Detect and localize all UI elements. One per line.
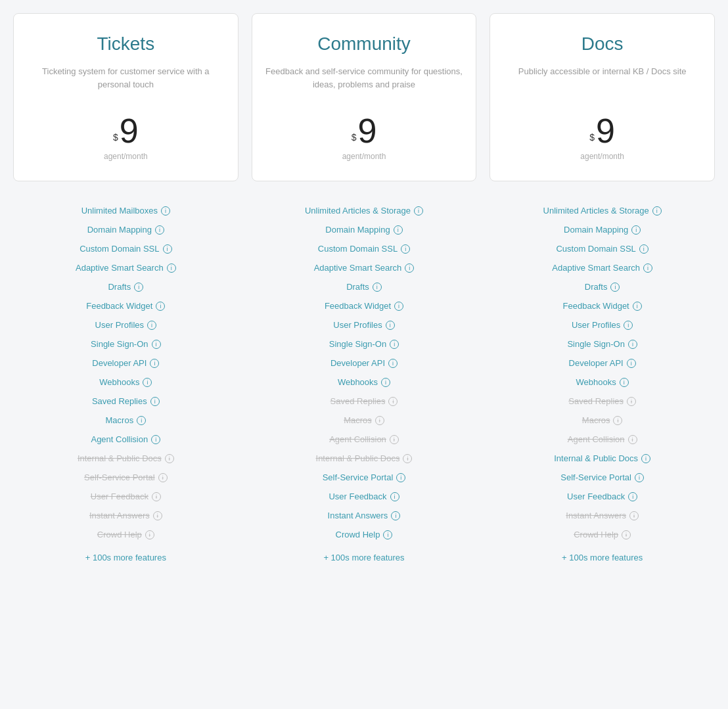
info-icon-docs-0[interactable]: i [652, 206, 662, 216]
price-period-tickets: agent/month [27, 152, 225, 161]
info-icon-docs-7[interactable]: i [628, 340, 637, 349]
info-icon-tickets-13[interactable]: i [165, 454, 174, 463]
feature-item-docs-0: Unlimited Articles & Storage i [489, 201, 715, 220]
price-dollar-community: $ [352, 132, 357, 143]
pricing-card-tickets: Tickets Ticketing system for customer se… [13, 13, 239, 181]
info-icon-docs-3[interactable]: i [643, 263, 652, 273]
feature-item-docs-5: Feedback Widget i [489, 296, 715, 315]
feature-item-community-7: Single Sign-On i [252, 334, 477, 354]
info-icon-docs-12[interactable]: i [628, 435, 637, 444]
info-icon-docs-10[interactable]: i [627, 397, 636, 406]
feature-item-tickets-11: Macros i [13, 411, 239, 430]
info-icon-tickets-17[interactable]: i [145, 530, 154, 539]
card-title-tickets: Tickets [27, 34, 225, 55]
info-icon-docs-4[interactable]: i [610, 283, 620, 292]
card-title-community: Community [265, 34, 463, 55]
card-title-docs: Docs [503, 34, 701, 55]
more-features-community[interactable]: + 100s more features [323, 548, 404, 567]
info-icon-docs-17[interactable]: i [622, 530, 631, 539]
info-icon-tickets-12[interactable]: i [151, 435, 160, 444]
info-icon-docs-16[interactable]: i [629, 511, 639, 520]
info-icon-tickets-5[interactable]: i [156, 302, 165, 311]
feature-item-docs-1: Domain Mapping i [489, 220, 715, 239]
price-dollar-tickets: $ [113, 132, 118, 143]
info-icon-tickets-0[interactable]: i [161, 206, 170, 216]
info-icon-tickets-4[interactable]: i [134, 283, 143, 292]
info-icon-tickets-7[interactable]: i [152, 340, 161, 349]
info-icon-community-5[interactable]: i [394, 302, 403, 311]
info-icon-tickets-8[interactable]: i [150, 359, 159, 368]
info-icon-docs-13[interactable]: i [641, 454, 650, 463]
info-icon-community-4[interactable]: i [373, 283, 382, 292]
feature-label-community-1: Domain Mapping [325, 225, 390, 235]
info-icon-docs-6[interactable]: i [624, 321, 633, 330]
feature-label-community-0: Unlimited Articles & Storage [305, 206, 411, 216]
info-icon-community-2[interactable]: i [401, 244, 410, 254]
info-icon-community-13[interactable]: i [403, 454, 412, 463]
info-icon-tickets-6[interactable]: i [147, 321, 156, 330]
more-features-docs[interactable]: + 100s more features [562, 548, 643, 567]
feature-item-community-12: Agent Collision i [252, 430, 477, 449]
info-icon-community-6[interactable]: i [386, 321, 395, 330]
feature-item-tickets-3: Adaptive Smart Search i [13, 258, 239, 277]
feature-item-docs-3: Adaptive Smart Search i [489, 258, 715, 277]
feature-item-tickets-15: User Feedback i [13, 487, 239, 506]
info-icon-docs-9[interactable]: i [620, 378, 629, 387]
feature-item-tickets-7: Single Sign-On i [13, 334, 239, 354]
info-icon-tickets-2[interactable]: i [163, 244, 172, 254]
feature-label-tickets-7: Single Sign-On [91, 339, 148, 349]
feature-label-tickets-14: Self-Service Portal [84, 472, 155, 482]
info-icon-community-0[interactable]: i [414, 206, 423, 216]
info-icon-tickets-11[interactable]: i [137, 416, 146, 425]
feature-item-community-16: Instant Answers i [252, 506, 477, 525]
info-icon-tickets-15[interactable]: i [152, 492, 161, 501]
feature-label-community-3: Adaptive Smart Search [314, 263, 402, 273]
info-icon-docs-2[interactable]: i [639, 244, 648, 254]
feature-label-docs-11: Macros [582, 415, 610, 425]
feature-label-community-16: Instant Answers [328, 511, 388, 520]
info-icon-docs-5[interactable]: i [633, 302, 642, 311]
info-icon-community-10[interactable]: i [388, 397, 398, 406]
info-icon-tickets-3[interactable]: i [167, 263, 176, 273]
feature-label-tickets-3: Adaptive Smart Search [76, 263, 164, 273]
info-icon-tickets-9[interactable]: i [143, 378, 152, 387]
price-dollar-docs: $ [589, 132, 595, 143]
feature-label-docs-12: Agent Collision [568, 434, 625, 444]
feature-label-docs-16: Instant Answers [566, 511, 626, 520]
info-icon-docs-11[interactable]: i [613, 416, 622, 425]
info-icon-community-15[interactable]: i [390, 492, 399, 501]
info-icon-community-17[interactable]: i [383, 530, 392, 539]
feature-label-community-5: Feedback Widget [325, 301, 391, 311]
feature-label-tickets-2: Custom Domain SSL [80, 244, 159, 254]
feature-label-docs-8: Developer API [569, 358, 624, 368]
more-features-tickets[interactable]: + 100s more features [85, 548, 166, 567]
info-icon-community-11[interactable]: i [375, 416, 384, 425]
info-icon-docs-14[interactable]: i [635, 473, 644, 482]
info-icon-docs-1[interactable]: i [631, 225, 641, 235]
info-icon-tickets-14[interactable]: i [158, 473, 168, 482]
info-icon-docs-15[interactable]: i [628, 492, 637, 501]
feature-item-tickets-14: Self-Service Portal i [13, 468, 239, 487]
info-icon-community-12[interactable]: i [390, 435, 399, 444]
info-icon-community-14[interactable]: i [396, 473, 405, 482]
info-icon-community-9[interactable]: i [381, 378, 390, 387]
feature-item-tickets-1: Domain Mapping i [13, 220, 239, 239]
info-icon-community-3[interactable]: i [405, 263, 414, 273]
info-icon-community-7[interactable]: i [390, 340, 399, 349]
feature-label-community-15: User Feedback [329, 492, 386, 501]
info-icon-community-16[interactable]: i [391, 511, 400, 520]
feature-item-docs-8: Developer API i [489, 354, 715, 373]
info-icon-docs-8[interactable]: i [627, 359, 636, 368]
info-icon-community-1[interactable]: i [394, 225, 403, 235]
info-icon-tickets-10[interactable]: i [150, 397, 160, 406]
info-icon-community-8[interactable]: i [388, 359, 398, 368]
price-number-docs: 9 [596, 114, 615, 148]
info-icon-tickets-1[interactable]: i [155, 225, 164, 235]
feature-label-tickets-8: Developer API [92, 358, 147, 368]
feature-label-docs-6: User Profiles [572, 320, 620, 330]
feature-label-tickets-10: Saved Replies [92, 396, 147, 406]
feature-label-docs-2: Custom Domain SSL [556, 244, 635, 254]
info-icon-tickets-16[interactable]: i [153, 511, 162, 520]
feature-item-tickets-16: Instant Answers i [13, 506, 239, 525]
feature-item-docs-9: Webhooks i [489, 373, 715, 392]
